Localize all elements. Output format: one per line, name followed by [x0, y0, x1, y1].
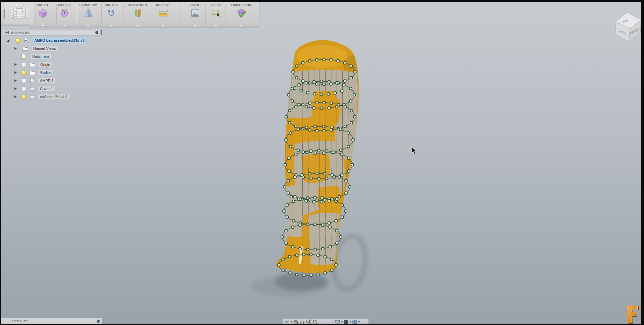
toolbar-section-sketch[interactable]: SKETCH	[96, 2, 127, 25]
component-document-icon	[29, 78, 35, 83]
symmetry-icon[interactable]	[83, 8, 94, 18]
panel-options-icon[interactable]	[97, 320, 100, 323]
visibility-bulb-icon[interactable]	[15, 38, 20, 43]
browser-header[interactable]: BROWSER	[3, 29, 101, 36]
browser-item-calfscan[interactable]: calfscan.f3d v4:1	[0, 93, 107, 101]
panel-separator	[101, 30, 102, 35]
item-label[interactable]: Bodies	[39, 70, 53, 75]
section-caret[interactable]	[214, 25, 217, 27]
expand-arrow-icon[interactable]	[13, 47, 17, 50]
browser-item-cover1[interactable]: Cover:1	[0, 85, 107, 93]
section-label[interactable]: INSPECT	[148, 3, 178, 7]
component-document-icon	[23, 38, 29, 43]
section-caret[interactable]	[87, 25, 90, 27]
letterbox-bottom	[0, 324, 644, 325]
folder-icon	[29, 62, 35, 67]
section-label[interactable]: SKETCH	[96, 3, 127, 7]
panel-separator	[103, 318, 103, 323]
collapse-panel-icon[interactable]	[5, 31, 9, 34]
section-caret[interactable]	[240, 25, 243, 27]
browser-item-origin[interactable]: Origin	[0, 60, 107, 69]
item-label[interactable]: Named Views	[32, 46, 58, 51]
fusion360-logo	[623, 303, 642, 324]
body-icon	[29, 94, 35, 99]
section-caret[interactable]	[42, 25, 44, 27]
visibility-bulb-icon[interactable]	[21, 94, 27, 99]
section-caret[interactable]	[63, 25, 66, 27]
browser-item-ampd1[interactable]: AMPD:1	[0, 77, 107, 85]
orbit-caret-icon[interactable]: ▾	[291, 320, 292, 324]
visibility-bulb-icon[interactable]	[21, 62, 27, 67]
select-cursor-icon[interactable]	[210, 8, 221, 18]
browser-title: BROWSER	[11, 31, 30, 34]
sketch-spline-icon[interactable]	[106, 8, 117, 18]
insert-image-icon[interactable]	[190, 8, 201, 18]
expand-arrow-icon[interactable]	[13, 63, 17, 66]
item-label[interactable]: calfscan.f3d v4:1	[38, 94, 69, 99]
visibility-bulb-icon[interactable]	[21, 78, 27, 83]
item-label[interactable]: AMPD:1	[38, 78, 55, 83]
inspect-measure-icon[interactable]	[158, 8, 168, 18]
expand-arrow-icon[interactable]	[13, 87, 17, 90]
browser-item-bodies[interactable]: Bodies	[0, 69, 107, 77]
main-toolbar: SCULPT CREATE	[0, 2, 259, 25]
modify-form-icon[interactable]	[59, 8, 70, 18]
visibility-bulb-icon[interactable]	[21, 70, 27, 75]
item-label[interactable]: Units: mm	[31, 54, 51, 59]
letterbox-top	[0, 0, 644, 2]
section-caret[interactable]	[110, 25, 113, 27]
item-label[interactable]: Cover:1	[38, 86, 55, 91]
panel-options-icon[interactable]	[95, 31, 98, 34]
expand-arrow-icon[interactable]	[6, 39, 10, 42]
browser-item-units[interactable]: Units: mm	[0, 52, 107, 60]
section-caret[interactable]	[194, 25, 197, 27]
letterbox-right	[641, 0, 644, 325]
body-icon	[29, 86, 35, 91]
expand-arrow-icon[interactable]	[13, 95, 17, 98]
mouse-cursor	[412, 147, 416, 154]
section-label[interactable]: FINISH FORM	[226, 3, 256, 7]
section-caret[interactable]	[162, 25, 164, 27]
section-caret[interactable]	[136, 25, 139, 27]
display-settings-caret-icon[interactable]: ▾	[341, 320, 343, 324]
construct-planes-icon[interactable]	[132, 8, 143, 18]
browser-item-named-views[interactable]: Named Views	[0, 44, 107, 52]
toolbar-section-inspect[interactable]: INSPECT	[148, 2, 178, 25]
item-label[interactable]: Origin	[39, 62, 52, 67]
grid-caret-icon[interactable]: ▾	[350, 320, 351, 324]
folder-icon	[22, 46, 28, 51]
sculpt-mesh-icon[interactable]	[10, 7, 29, 19]
toolbar-caret-strip	[29, 25, 259, 28]
browser-tree: AMPD Leg assembled.f3d v3 Named Views Un…	[0, 36, 107, 101]
viewports-caret-icon[interactable]: ▾	[358, 320, 360, 324]
create-box-icon[interactable]	[38, 8, 48, 18]
letterbox-left	[0, 0, 1, 325]
finish-form-icon[interactable]	[235, 8, 247, 18]
toolbar-section-finish-form[interactable]: FINISH FORM	[226, 2, 256, 25]
expand-arrow-icon[interactable]	[13, 71, 17, 74]
leg-scan-model[interactable]	[268, 34, 366, 279]
activity-title: ACTIVITY	[11, 319, 29, 323]
browser-item-root[interactable]: AMPD Leg assembled.f3d v3	[0, 36, 107, 44]
visibility-bulb-icon[interactable]	[21, 86, 27, 91]
fusion360-window: SCULPT CREATE	[0, 0, 644, 325]
expand-arrow-icon[interactable]	[13, 79, 17, 82]
folder-icon	[29, 70, 35, 75]
units-document-icon	[21, 54, 26, 59]
document-name[interactable]: AMPD Leg assembled.f3d v3	[32, 38, 87, 43]
view-cube[interactable]: TOP LEFT FRONT	[607, 6, 644, 45]
